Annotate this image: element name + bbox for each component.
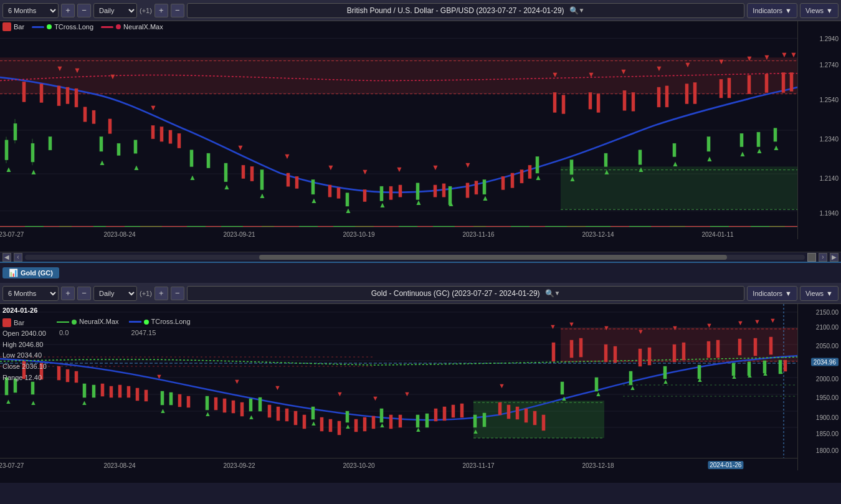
indicators-btn-top[interactable]: Indicators ▼ [747,3,797,18]
interval-select-bottom[interactable]: Daily Weekly Monthly [93,286,137,301]
legend-tcross-line-top [32,26,44,28]
add-period-btn-top[interactable]: + [61,4,75,17]
x-label-1-bottom: 2023-08-24 [103,462,135,469]
bottom-toolbar: 6 Months 3 Months 1 Year + − Daily Weekl… [0,283,841,304]
scroll-right-btn-top[interactable]: › [819,253,827,262]
svg-text:▲: ▲ [706,155,713,163]
legend-neural-dot-top [116,24,121,29]
svg-rect-75 [623,90,626,110]
zoom-in-btn-top[interactable]: + [154,4,168,17]
top-chart-container: Bar TCross.Long NeuralX.Max [0,21,841,252]
svg-rect-79 [685,84,688,104]
svg-rect-253 [498,402,501,415]
svg-text:▲: ▲ [777,368,784,375]
views-btn-top[interactable]: Views ▼ [800,3,839,18]
scroll-box-top[interactable] [807,253,816,262]
x-label-3-bottom: 2023-10-20 [343,462,374,469]
legend-tcross-top: TCross.Long [32,23,93,31]
svg-rect-67 [501,176,505,189]
svg-text:▲: ▲ [595,390,602,397]
svg-text:▼: ▼ [109,72,116,81]
svg-text:▲: ▲ [739,150,746,158]
search-icon-bottom[interactable]: 🔍 [545,289,554,298]
period-select-bottom[interactable]: 6 Months 3 Months 1 Year [2,286,59,301]
svg-text:▲: ▲ [310,419,317,427]
svg-text:▲: ▲ [30,399,37,406]
zoom-out-btn-top[interactable]: − [171,4,184,17]
svg-rect-226 [118,385,121,397]
price-2-bottom: 2100.00 [816,324,839,331]
title-dropdown-arrow-bottom[interactable]: ▼ [554,290,561,297]
svg-rect-258 [542,415,545,430]
svg-text:▲: ▲ [189,173,196,181]
svg-rect-256 [525,409,528,422]
svg-rect-187 [473,401,604,438]
bottom-panel-tab-bar: 📊 Gold (GC) [0,262,841,283]
svg-text:▼: ▼ [549,323,556,330]
svg-text:▲: ▲ [672,159,679,168]
bottom-chart-area[interactable]: 2024-01-26 Bar Open 2040.00 High 2046.80… [0,304,797,470]
svg-rect-56 [287,173,290,186]
views-btn-bottom[interactable]: Views ▼ [800,286,839,301]
x-label-0-bottom: 2023-07-27 [0,462,24,469]
svg-rect-202 [259,397,262,411]
svg-text:▲: ▲ [731,373,738,380]
scroll-left-btn-top[interactable]: ◀ [2,253,11,262]
svg-rect-62 [399,185,402,197]
svg-rect-234 [232,401,235,413]
svg-rect-208 [473,415,477,427]
chart-title-top[interactable]: British Pound / U.S. Dollar - GBP/USD (2… [187,3,744,18]
period-select-top[interactable]: 6 Months 3 Months 1 Year [2,3,59,18]
sub-period-btn-bottom[interactable]: − [77,287,91,300]
svg-rect-48 [92,110,95,123]
svg-text:▼: ▼ [404,390,411,397]
svg-rect-85 [782,73,785,93]
svg-rect-20 [100,137,103,151]
svg-text:▲: ▲ [447,199,455,208]
svg-text:▼: ▼ [74,65,81,74]
svg-rect-51 [160,127,163,141]
bottom-panel-label[interactable]: 📊 Gold (GC) [2,267,59,278]
svg-rect-22 [134,140,137,153]
svg-text:▼: ▼ [763,52,771,61]
title-dropdown-arrow-top[interactable]: ▼ [579,7,585,14]
svg-rect-26 [260,170,264,190]
price-4-top: 1.2340 [819,136,839,143]
zoom-out-btn-bottom[interactable]: − [171,287,184,300]
legend-neural-line-top [101,26,113,28]
svg-rect-203 [311,407,315,419]
add-period-btn-bottom[interactable]: + [61,287,75,300]
top-x-axis: 2023-07-27 2023-08-24 2023-09-21 2023-10… [0,227,797,239]
svg-rect-21 [117,143,120,155]
svg-rect-37 [673,143,676,156]
svg-text:▼: ▼ [655,64,663,72]
scroll-track-top[interactable] [25,255,805,260]
svg-rect-243 [338,421,341,435]
svg-text:▲: ▲ [762,369,769,377]
svg-rect-10 [561,166,797,209]
svg-rect-237 [277,407,280,421]
scroll-right2-btn-top[interactable]: ▶ [830,253,839,262]
bottom-price-scale: 2150.00 2100.00 2050.00 2034.96 2000.00 … [797,304,841,470]
zoom-in-btn-bottom[interactable]: + [154,287,168,300]
svg-rect-83 [748,75,751,94]
svg-rect-23 [190,150,193,167]
svg-text:▲: ▲ [81,399,88,406]
search-icon-top[interactable]: 🔍 [569,6,579,15]
svg-rect-250 [443,407,446,421]
svg-rect-249 [434,409,437,421]
svg-text:▼: ▼ [551,70,559,79]
top-chart-area[interactable]: Bar TCross.Long NeuralX.Max [0,21,797,239]
x-label-1-top: 2023-08-24 [103,231,135,238]
svg-rect-238 [285,409,288,421]
svg-rect-84 [765,74,768,93]
indicators-btn-bottom[interactable]: Indicators ▼ [747,286,797,301]
scroll-left2-btn-top[interactable]: ‹ [14,253,22,262]
interval-select-top[interactable]: Daily Weekly Monthly [93,3,137,18]
svg-rect-262 [604,345,607,362]
chart-title-bottom[interactable]: Gold - Continuous (GC) (2023-07-27 - 202… [187,286,744,301]
svg-rect-28 [346,193,349,206]
svg-rect-268 [707,341,710,358]
sub-period-btn-top[interactable]: − [77,4,91,17]
svg-rect-267 [682,343,685,360]
